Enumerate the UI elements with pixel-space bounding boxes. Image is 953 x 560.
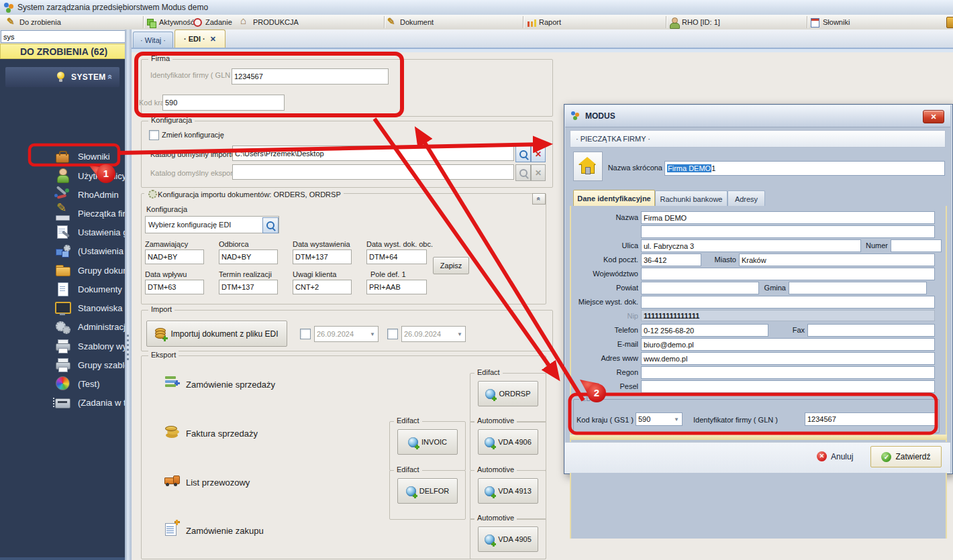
- magnifier-icon: [519, 169, 528, 177]
- menu-item-produkcja[interactable]: ⌂ PRODUKCJA: [240, 15, 299, 30]
- ulica-input[interactable]: [641, 239, 861, 252]
- date-to-picker[interactable]: 26.09.2024 ▼: [401, 326, 466, 342]
- kod-kraju-input[interactable]: [162, 95, 285, 111]
- edi-kod-kraju-label: Kod kraju ( GS1 ): [576, 416, 634, 424]
- gln-input[interactable]: [232, 68, 389, 85]
- sidebar-item-szablony-wydruku[interactable]: Szablony wydruku: [0, 337, 125, 355]
- email-input[interactable]: [641, 338, 935, 351]
- delfor-button[interactable]: DELFOR: [397, 478, 458, 504]
- menu-item-zadanie[interactable]: Zadanie: [193, 15, 232, 30]
- search-input[interactable]: [1, 30, 127, 43]
- date-to-checkbox[interactable]: [387, 329, 398, 339]
- miejsce-wyst-label: Miejsce wyst. dok.: [568, 298, 638, 306]
- eksport-row-label: Zamówienie sprzedaży: [186, 380, 275, 390]
- sidebar-item-dokumenty[interactable]: Dokumenty: [0, 280, 125, 298]
- tab-rachunki-bankowe[interactable]: Rachunki bankowe: [655, 190, 728, 207]
- menu-item-raport[interactable]: Raport: [526, 15, 561, 30]
- menu-item-do-zrobienia[interactable]: ✎ Do zrobienia: [7, 15, 61, 30]
- vda4905-button[interactable]: VDA 4905: [478, 526, 538, 552]
- date-from-checkbox[interactable]: [300, 329, 311, 339]
- sidebar-item-uzytkownicy[interactable]: Użytkownicy: [0, 166, 125, 185]
- tab-adresy[interactable]: Adresy: [728, 190, 765, 207]
- vda4906-button[interactable]: VDA 4906: [478, 429, 538, 455]
- termin-realizacji-input[interactable]: [219, 280, 278, 294]
- eksport-row-label: Zamówienie zakupu: [186, 526, 264, 536]
- import-edi-file-button[interactable]: Importuj dokument z pliku EDI: [146, 321, 287, 347]
- miasto-input[interactable]: [739, 254, 935, 266]
- gmina-label: Gmina: [746, 284, 786, 292]
- sidebar-item-stanowiska-komputerowe[interactable]: Stanowiska komputer...: [0, 298, 125, 317]
- powiat-input[interactable]: [641, 282, 759, 294]
- splitter-handle[interactable]: [127, 335, 129, 361]
- short-name-input[interactable]: Firma DEMO 1: [664, 161, 945, 176]
- zmien-konfiguracje-checkbox[interactable]: [149, 130, 159, 140]
- pesel-input[interactable]: [641, 380, 935, 393]
- sidebar-item-zadania-w-tle[interactable]: (Zadania w tle): [0, 393, 125, 412]
- sidebar-item-test[interactable]: (Test): [0, 374, 125, 393]
- zmien-konfiguracje-label: Zmień konfigurację: [162, 131, 224, 139]
- menu-item-rho-user[interactable]: RHO [ID: 1]: [669, 15, 720, 30]
- menu-separator: [523, 16, 523, 28]
- ordrsp-button[interactable]: ORDRSP: [478, 381, 538, 406]
- edi-gln-input[interactable]: [805, 412, 936, 426]
- sidebar-splitter[interactable]: [125, 30, 132, 560]
- chevron-down-icon: ▼: [674, 416, 679, 423]
- edi-kod-kraju-combo[interactable]: 590 ▼: [636, 412, 683, 426]
- sidebar-item-ustawienia-zaawansowane[interactable]: (Ustawienia zaawans...: [0, 241, 125, 260]
- sidebar-item-administracja[interactable]: Administracja: [0, 317, 125, 336]
- sidebar-item-pieczatka-firmy[interactable]: ✎ Pieczątka firmy: [0, 204, 125, 223]
- kod-poczt-input[interactable]: [641, 254, 701, 266]
- tab-witaj[interactable]: · Witaj ·: [133, 32, 173, 48]
- fax-input[interactable]: [807, 324, 935, 337]
- user-icon: [669, 17, 679, 27]
- katalog-eksportu-input[interactable]: [232, 164, 514, 180]
- data-wystawienia-input[interactable]: [293, 249, 352, 264]
- zapisz-button[interactable]: Zapisz: [433, 257, 469, 274]
- nazwa-input[interactable]: [641, 211, 935, 224]
- katalog-importu-input[interactable]: [232, 146, 514, 161]
- www-input[interactable]: [641, 352, 935, 365]
- menu-item-dokument[interactable]: ✎ Dokument: [387, 15, 434, 30]
- anuluj-button[interactable]: ✕ Anuluj: [817, 451, 853, 461]
- gmina-input[interactable]: [789, 282, 927, 294]
- sidebar-item-grupy-szablonow[interactable]: Grupy szablonów wy...: [0, 355, 125, 374]
- data-wyst-dok-input[interactable]: [366, 249, 427, 264]
- menu-separator: [807, 16, 807, 28]
- zamawiajacy-input[interactable]: [145, 249, 204, 264]
- sidebar-item-ustawienia-globalne[interactable]: Ustawienia globalne: [0, 223, 125, 241]
- dialog-title-bar[interactable]: MODUS ✕: [565, 105, 950, 127]
- regon-input[interactable]: [641, 366, 935, 379]
- edi-config-combo[interactable]: Wybierz konfigurację EDI: [145, 216, 279, 233]
- pole-def-input[interactable]: [366, 280, 427, 294]
- miejsce-wyst-input[interactable]: [641, 296, 935, 309]
- tab-edi-active[interactable]: · EDI · ✕: [174, 30, 225, 48]
- menu-item-slowniki[interactable]: Słowniki: [810, 15, 850, 30]
- eksport-legend: Eksport: [148, 351, 179, 359]
- dialog-close-button[interactable]: ✕: [923, 110, 944, 123]
- clear-import-dir-button[interactable]: ✕: [531, 146, 546, 162]
- vda4913-button[interactable]: VDA 4913: [478, 478, 538, 504]
- wojewodztwo-input[interactable]: [641, 268, 935, 280]
- telefon-input[interactable]: [641, 324, 768, 337]
- collapse-group-icon[interactable]: «: [105, 74, 115, 79]
- close-tab-icon[interactable]: ✕: [210, 35, 216, 44]
- numer-input[interactable]: [891, 239, 942, 252]
- uwagi-klienta-input[interactable]: [293, 280, 352, 294]
- automotive-legend: Automotive: [474, 514, 517, 522]
- data-wplywu-input[interactable]: [145, 280, 204, 294]
- edifact-legend: Edifact: [394, 465, 422, 473]
- nazwa2-input[interactable]: [641, 225, 935, 238]
- todo-banner[interactable]: DO ZROBIENIA (62): [0, 44, 128, 59]
- invoic-button[interactable]: INVOIC: [397, 429, 458, 455]
- menu-item-aktywnosc[interactable]: Aktywność: [146, 15, 195, 30]
- collapse-import-config-button[interactable]: «: [532, 193, 546, 205]
- date-from-picker[interactable]: 26.09.2024 ▼: [314, 326, 379, 342]
- tab-dane-identyfikacyjne[interactable]: Dane identyfikacyjne: [573, 190, 655, 207]
- sidebar-item-grupy-dokumentow[interactable]: Grupy dokumentów: [0, 261, 125, 280]
- zatwierdz-button[interactable]: ✓ Zatwierdź: [870, 446, 942, 467]
- browse-import-dir-button[interactable]: [515, 146, 531, 162]
- sidebar-item-slowniki[interactable]: Słowniki: [0, 147, 125, 166]
- edi-config-search-button[interactable]: [262, 217, 279, 233]
- sidebar-group-system[interactable]: SYSTEM «: [5, 67, 119, 87]
- odbiorca-input[interactable]: [219, 249, 278, 264]
